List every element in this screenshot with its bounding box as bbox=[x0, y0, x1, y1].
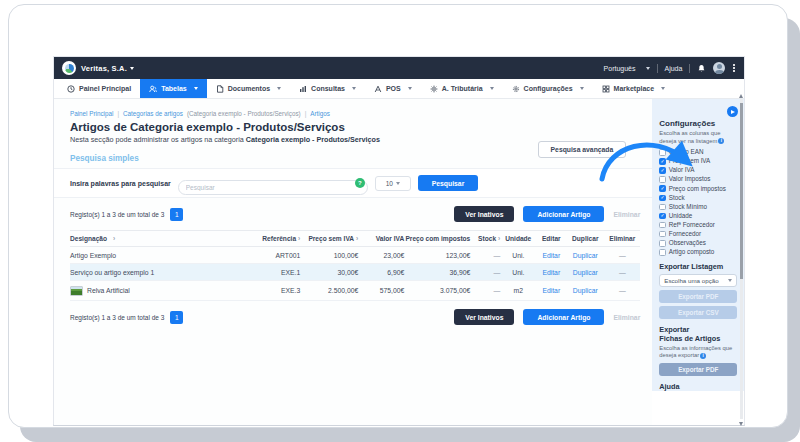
nav-label: Configurações bbox=[524, 85, 573, 92]
company-name[interactable]: Veritas, S.A. bbox=[81, 64, 127, 73]
checkbox-icon[interactable] bbox=[659, 176, 666, 183]
checkbox-icon[interactable] bbox=[659, 158, 666, 165]
col-preco-sem-iva[interactable]: Preço sem IVA bbox=[300, 235, 358, 242]
table-row[interactable]: Artigo Exemplo ART001 100,00€ 23,00€ 123… bbox=[70, 247, 640, 264]
nav-label: Documentos bbox=[228, 85, 270, 92]
checkbox-codigo-ean[interactable]: Código EAN bbox=[659, 149, 737, 156]
delete-button-disabled[interactable]: Eliminar bbox=[613, 314, 640, 321]
search-input[interactable] bbox=[178, 180, 368, 195]
nav-item-pos[interactable]: POS bbox=[365, 79, 421, 98]
page-size-select[interactable]: 10 bbox=[375, 176, 411, 191]
checkbox-stock-minimo[interactable]: Stock Mínimo bbox=[659, 204, 737, 211]
nav-item-configuracoes[interactable]: Configurações bbox=[503, 79, 593, 98]
checkbox-icon[interactable] bbox=[659, 222, 666, 229]
export-cards-pdf-button[interactable]: Exportar PDF bbox=[659, 363, 737, 376]
records-count: Registo(s) 1 a 3 de um total de 3 bbox=[70, 314, 164, 321]
pagination-page-1[interactable]: 1 bbox=[170, 208, 183, 221]
nav-item-consultas[interactable]: Consultas bbox=[290, 79, 365, 98]
export-option-select[interactable]: Escolha uma opção bbox=[659, 274, 737, 287]
nav-item-painel-principal[interactable]: Painel Principal bbox=[58, 79, 140, 98]
edit-link[interactable]: Editar bbox=[536, 252, 566, 259]
top-bar: Veritas, S.A. Português Ajuda bbox=[54, 57, 744, 79]
checkbox-label: Observações bbox=[669, 240, 706, 246]
checkbox-label: Código EAN bbox=[669, 149, 704, 155]
edit-link[interactable]: Editar bbox=[536, 269, 566, 276]
chevron-down-icon bbox=[408, 87, 412, 90]
checkbox-icon[interactable] bbox=[659, 249, 666, 256]
checkbox-fornecedor[interactable]: Fornecedor bbox=[659, 231, 737, 238]
checkbox-observacoes[interactable]: Observações bbox=[659, 240, 737, 247]
checkbox-artigo-composto[interactable]: Artigo composto bbox=[659, 249, 737, 256]
checkbox-icon[interactable] bbox=[659, 185, 666, 192]
collapse-panel-button[interactable] bbox=[727, 106, 738, 117]
user-avatar[interactable] bbox=[713, 62, 725, 74]
bell-icon[interactable] bbox=[697, 64, 706, 73]
checkbox-valor-impostos[interactable]: Valor Impostos bbox=[659, 176, 737, 183]
checkbox-preco-sem-iva[interactable]: Preço sem IVA bbox=[659, 158, 737, 165]
article-price: 2.500,00€ bbox=[300, 287, 358, 294]
article-thumbnail bbox=[70, 286, 83, 296]
duplicate-link[interactable]: Duplicar bbox=[566, 287, 604, 294]
checkbox-icon[interactable] bbox=[659, 195, 666, 202]
screenshot-card: Veritas, S.A. Português Ajuda Painel Pri… bbox=[8, 4, 788, 428]
help-link[interactable]: Ajuda bbox=[665, 65, 683, 72]
checkbox-icon[interactable] bbox=[659, 240, 666, 247]
more-menu-icon[interactable] bbox=[732, 63, 736, 73]
nav-item-documentos[interactable]: Documentos bbox=[207, 79, 290, 98]
col-valor-iva[interactable]: Valor IVA bbox=[358, 235, 404, 242]
pos-icon bbox=[374, 85, 382, 93]
scrollbar-thumb[interactable] bbox=[740, 103, 743, 279]
search-help-icon[interactable]: ? bbox=[355, 178, 365, 188]
delete-button-disabled[interactable]: Eliminar bbox=[613, 211, 640, 218]
pagination-page-1[interactable]: 1 bbox=[170, 311, 183, 324]
chevron-down-icon bbox=[352, 87, 356, 90]
checkbox-stock[interactable]: Stock bbox=[659, 195, 737, 202]
checkbox-unidade[interactable]: Unidade bbox=[659, 213, 737, 220]
checkbox-preco-com-impostos[interactable]: Preço com impostos bbox=[659, 185, 737, 192]
scroll-up-icon[interactable] bbox=[739, 94, 743, 98]
nav-item-a-tributaria[interactable]: A. Tributária bbox=[421, 79, 503, 98]
checkbox-icon[interactable] bbox=[659, 204, 666, 211]
advanced-search-button[interactable]: Pesquisa avançada bbox=[538, 141, 627, 158]
add-article-button[interactable]: Adicionar Artigo bbox=[523, 309, 604, 325]
tax-icon bbox=[430, 85, 438, 93]
checkbox-icon[interactable] bbox=[659, 231, 666, 238]
nav-item-marketplace[interactable]: Marketplace bbox=[593, 79, 674, 98]
checkbox-valor-iva[interactable]: Valor IVA bbox=[659, 167, 737, 174]
view-inactive-button[interactable]: Ver Inativos bbox=[454, 206, 514, 222]
info-icon[interactable] bbox=[700, 353, 706, 359]
delete-cell: — bbox=[604, 252, 640, 259]
article-total: 123,00€ bbox=[404, 252, 470, 259]
col-referencia[interactable]: Referência bbox=[248, 235, 300, 242]
vertical-scrollbar[interactable] bbox=[740, 99, 743, 419]
clock-icon bbox=[67, 85, 75, 93]
table-row[interactable]: Serviço ou artigo exemplo 1 EXE.1 30,00€… bbox=[70, 264, 640, 281]
breadcrumb-category[interactable]: Categorias de artigos bbox=[123, 110, 183, 117]
duplicate-link[interactable]: Duplicar bbox=[566, 269, 604, 276]
breadcrumb-separator bbox=[117, 110, 119, 117]
checkbox-icon[interactable] bbox=[659, 167, 666, 174]
nav-item-tabelas[interactable]: Tabelas bbox=[140, 79, 207, 98]
language-select[interactable]: Português bbox=[604, 65, 636, 72]
breadcrumb-separator bbox=[305, 110, 307, 117]
search-button[interactable]: Pesquisar bbox=[418, 175, 479, 191]
scroll-down-icon[interactable] bbox=[739, 422, 743, 426]
checkbox-ref-fornecedor[interactable]: Refª Fornecedor bbox=[659, 222, 737, 229]
info-icon[interactable] bbox=[718, 138, 724, 144]
breadcrumb-home[interactable]: Painel Principal bbox=[70, 110, 113, 117]
col-designacao[interactable]: Designação bbox=[70, 235, 248, 242]
col-preco-com-impostos[interactable]: Preço com impostos bbox=[404, 235, 470, 242]
breadcrumb-current[interactable]: Artigos bbox=[310, 110, 330, 117]
article-unit: m2 bbox=[500, 287, 536, 294]
checkbox-icon[interactable] bbox=[659, 213, 666, 220]
add-article-button[interactable]: Adicionar Artigo bbox=[523, 206, 604, 222]
export-pdf-button-disabled[interactable]: Exportar PDF bbox=[659, 290, 737, 303]
edit-link[interactable]: Editar bbox=[536, 287, 566, 294]
col-stock[interactable]: Stock bbox=[470, 235, 500, 242]
view-inactive-button[interactable]: Ver Inativos bbox=[454, 309, 514, 325]
export-csv-button-disabled[interactable]: Exportar CSV bbox=[659, 306, 737, 319]
duplicate-link[interactable]: Duplicar bbox=[566, 252, 604, 259]
chevron-down-icon bbox=[661, 87, 665, 90]
checkbox-icon[interactable] bbox=[659, 149, 666, 156]
table-row[interactable]: Relva Artificial EXE.3 2.500,00€ 575,00€… bbox=[70, 281, 640, 301]
